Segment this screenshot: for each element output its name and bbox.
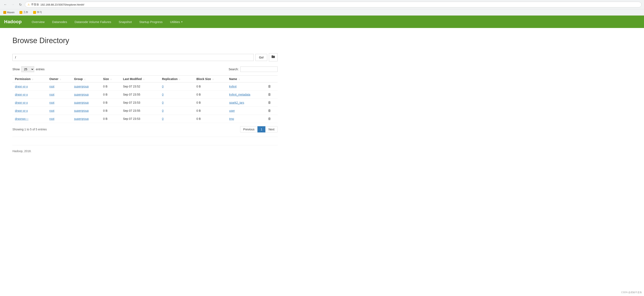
group-link-3[interactable]: supergroup [74, 109, 89, 112]
col-block-size[interactable]: Block Size ↕ [194, 76, 226, 83]
bookmark-work[interactable]: 工作 [19, 10, 29, 15]
browser-toolbar: ← → ↻ ⚠ 不安全 192.168.88.23:50070/explorer… [0, 0, 644, 9]
cell-permission-0[interactable]: drwxr-xr-x [12, 83, 47, 91]
group-link-4[interactable]: supergroup [74, 117, 89, 120]
delete-button-3[interactable]: 🗑 [268, 109, 271, 112]
name-link-2[interactable]: spark2_jars [229, 101, 244, 104]
sort-name-icon: ↕ [239, 78, 240, 80]
cell-group-0: supergroup [72, 83, 100, 91]
nav-startup-progress[interactable]: Startup Progress [136, 18, 166, 26]
cell-blocksize-2: 0 B [194, 99, 226, 107]
sort-owner-icon: ↕ [60, 78, 61, 80]
owner-link-3[interactable]: root [49, 109, 54, 112]
name-link-0[interactable]: kylin4 [229, 85, 236, 88]
nav-datanode-volume-failures[interactable]: Datanode Volume Failures [71, 18, 115, 26]
folder-button[interactable] [269, 53, 278, 61]
cell-replication-1: 0 [160, 91, 194, 99]
reload-button[interactable]: ↻ [18, 2, 23, 8]
name-link-4[interactable]: tmp [229, 117, 234, 120]
search-input[interactable] [240, 67, 278, 72]
file-table: Permission ↕ Owner ↕ Group ↕ Size ↕ Last… [12, 76, 278, 123]
table-row: drwxr-xr-x root supergroup 0 B Sep 07 23… [12, 91, 278, 99]
footer-text: Hadoop, 2018. [12, 149, 32, 153]
table-row: drwxr-xr-x root supergroup 0 B Sep 07 23… [12, 83, 278, 91]
permission-link-2[interactable]: drwxr-xr-x [15, 101, 28, 104]
owner-link-2[interactable]: root [49, 101, 54, 104]
browser-chrome: ← → ↻ ⚠ 不安全 192.168.88.23:50070/explorer… [0, 0, 644, 16]
replication-link-0[interactable]: 0 [162, 85, 164, 88]
col-size[interactable]: Size ↕ [101, 76, 120, 83]
cell-group-1: supergroup [72, 91, 100, 99]
col-replication[interactable]: Replication ↕ [160, 76, 194, 83]
owner-link-0[interactable]: root [49, 85, 54, 88]
cell-owner-3: root [47, 107, 72, 115]
cell-modified-3: Sep 07 23:55 [120, 107, 160, 115]
cell-delete-3: 🗑 [265, 107, 278, 115]
cell-replication-3: 0 [160, 107, 194, 115]
cell-permission-3[interactable]: drwxr-xr-x [12, 107, 47, 115]
forward-button[interactable]: → [10, 2, 16, 8]
back-button[interactable]: ← [2, 2, 8, 8]
name-link-1[interactable]: kylin4_metadata [229, 93, 250, 96]
nav-utilities[interactable]: Utilities ▼ [166, 18, 187, 26]
path-input[interactable] [12, 54, 254, 61]
cell-owner-1: root [47, 91, 72, 99]
nav-snapshot[interactable]: Snapshot [115, 18, 136, 26]
footer: Hadoop, 2018. [12, 145, 278, 153]
delete-button-4[interactable]: 🗑 [268, 117, 271, 120]
bookmark-maven[interactable]: Maven [2, 11, 15, 14]
bookmark-study[interactable]: 学习 [32, 10, 43, 15]
col-group[interactable]: Group ↕ [72, 76, 100, 83]
next-button[interactable]: Next [265, 126, 278, 132]
delete-button-1[interactable]: 🗑 [268, 93, 271, 96]
name-link-3[interactable]: user [229, 109, 235, 112]
go-button[interactable]: Go! [256, 54, 267, 61]
group-link-2[interactable]: supergroup [74, 101, 89, 104]
table-row: drwxr-xr-x root supergroup 0 B Sep 07 23… [12, 99, 278, 107]
replication-link-3[interactable]: 0 [162, 109, 164, 112]
cell-name-1: kylin4_metadata [226, 91, 265, 99]
url-text: 192.168.88.23:50070/explorer.html#/ [40, 3, 84, 6]
sort-group-icon: ↕ [84, 78, 85, 80]
previous-button[interactable]: Previous [240, 126, 258, 132]
permission-link-0[interactable]: drwxr-xr-x [15, 85, 28, 88]
replication-link-2[interactable]: 0 [162, 101, 164, 104]
url-bar[interactable]: ⚠ 不安全 192.168.88.23:50070/explorer.html#… [25, 2, 642, 8]
replication-link-4[interactable]: 0 [162, 117, 164, 120]
page-1-button[interactable]: 1 [258, 126, 265, 132]
cell-permission-1[interactable]: drwxr-xr-x [12, 91, 47, 99]
navbar-brand[interactable]: Hadoop [4, 19, 22, 25]
cell-replication-4: 0 [160, 115, 194, 123]
nav-datanodes[interactable]: Datanodes [48, 18, 71, 26]
cell-delete-0: 🗑 [265, 83, 278, 91]
controls-row: Show 25 10 50 100 entries Search: [12, 66, 278, 72]
entries-select[interactable]: 25 10 50 100 [21, 66, 34, 72]
cell-modified-1: Sep 07 23:55 [120, 91, 160, 99]
owner-link-4[interactable]: root [49, 117, 54, 120]
security-warning-icon: ⚠ [28, 3, 30, 6]
cell-modified-2: Sep 07 23:53 [120, 99, 160, 107]
delete-button-0[interactable]: 🗑 [268, 85, 271, 88]
permission-link-4[interactable]: drwxrwx--- [15, 117, 28, 120]
cell-permission-4[interactable]: drwxrwx--- [12, 115, 47, 123]
cell-permission-2[interactable]: drwxr-xr-x [12, 99, 47, 107]
col-last-modified[interactable]: Last Modified ↕ [120, 76, 160, 83]
show-entries: Show 25 10 50 100 entries [12, 66, 44, 72]
showing-text: Showing 1 to 5 of 5 entries [12, 128, 47, 131]
group-link-0[interactable]: supergroup [74, 85, 89, 88]
bookmarks-bar: Maven 工作 学习 [0, 9, 644, 15]
col-owner[interactable]: Owner ↕ [47, 76, 72, 83]
permission-link-1[interactable]: drwxr-xr-x [15, 93, 28, 96]
delete-button-2[interactable]: 🗑 [268, 101, 271, 104]
col-permission[interactable]: Permission ↕ [12, 76, 47, 83]
replication-link-1[interactable]: 0 [162, 93, 164, 96]
cell-owner-4: root [47, 115, 72, 123]
col-name[interactable]: Name ↕ [226, 76, 265, 83]
folder-icon [271, 55, 275, 59]
owner-link-1[interactable]: root [49, 93, 54, 96]
table-row: drwxrwx--- root supergroup 0 B Sep 07 23… [12, 115, 278, 123]
cell-replication-2: 0 [160, 99, 194, 107]
group-link-1[interactable]: supergroup [74, 93, 89, 96]
nav-overview[interactable]: Overview [28, 18, 48, 26]
permission-link-3[interactable]: drwxr-xr-x [15, 109, 28, 112]
